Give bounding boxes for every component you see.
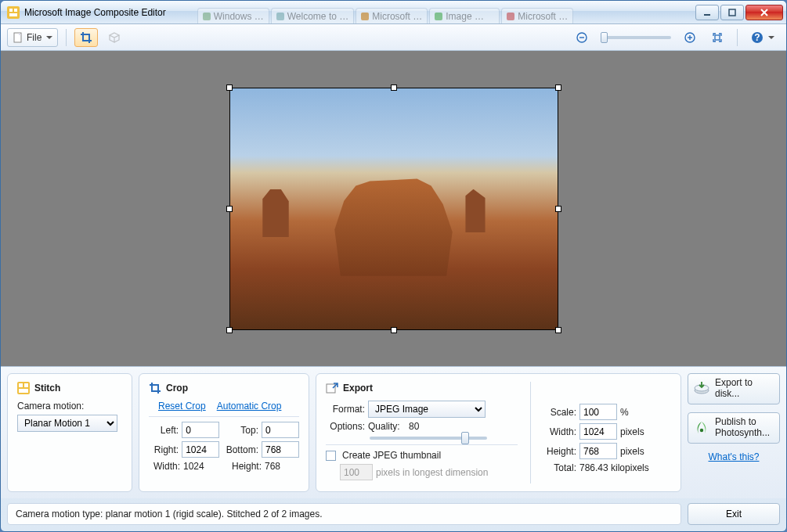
zoom-in-button[interactable] [679,28,701,47]
options-label: Options: [326,421,365,432]
maximize-button[interactable] [720,5,744,20]
export-width-input[interactable] [579,423,617,440]
total-value: 786.43 kilopixels [579,462,649,473]
quality-slider-thumb[interactable] [461,432,469,444]
crop-tool-button[interactable] [74,28,98,47]
export-icon [326,382,338,394]
app-icon [7,6,20,19]
crop-bottom-input[interactable] [262,441,299,458]
toolbar-separator [66,29,67,46]
zoom-out-icon [576,32,587,43]
svg-rect-4 [704,14,710,16]
crop-handle-tl[interactable] [226,84,233,91]
new-file-icon [13,32,23,43]
app-window: Microsoft Image Composite Editor Windows… [0,0,787,532]
export-height-input[interactable] [579,443,617,459]
export-width-label: Width: [542,426,576,437]
titlebar: Microsoft Image Composite Editor Windows… [1,1,786,24]
crop-handle-bl[interactable] [226,327,233,333]
reset-crop-link[interactable]: Reset Crop [158,401,206,412]
fit-screen-icon [711,31,724,44]
svg-rect-17 [24,383,28,387]
bg-tab: Windows … [197,8,269,23]
crop-left-input[interactable] [182,422,219,438]
format-select[interactable]: JPEG Image [368,401,486,418]
svg-point-22 [700,429,703,432]
zoom-slider[interactable] [601,36,671,39]
stitch-panel: Stitch Camera motion: Planar Motion 1 [7,373,132,492]
cube-tool-button[interactable] [103,28,126,47]
stitch-icon [17,382,30,394]
publish-photosynth-button[interactable]: Publish to Photosynth... [688,412,780,444]
svg-rect-3 [9,13,17,16]
disk-icon [693,380,710,397]
crop-icon [80,31,92,44]
total-label: Total: [542,462,576,473]
crop-right-label: Right: [149,444,179,455]
chevron-down-icon [768,36,774,39]
close-button[interactable] [745,5,783,20]
crop-heading: Crop [166,383,188,394]
svg-rect-8 [579,37,584,38]
background-tabs: Windows … Welcome to … Microsoft … Image… [197,1,695,23]
export-to-disk-label: Export to disk... [715,378,774,400]
file-menu-label: File [27,32,42,43]
automatic-crop-link[interactable]: Automatic Crop [217,401,282,412]
bg-tab: Image … [429,8,500,23]
export-height-label: Height: [542,446,576,457]
quality-slider[interactable] [370,437,487,440]
status-bar: Camera motion type: planar motion 1 (rig… [1,498,786,531]
svg-rect-0 [7,6,20,19]
svg-rect-18 [19,389,28,393]
crop-handle-br[interactable] [555,327,561,333]
crop-bottom-label: Bottom: [222,444,258,455]
crop-top-label: Top: [222,425,258,436]
crop-handle-r[interactable] [555,206,561,212]
window-title: Microsoft Image Composite Editor [24,7,166,18]
scale-input[interactable] [579,404,617,420]
zoom-in-icon [684,32,695,43]
crop-handle-t[interactable] [391,84,397,91]
crop-right-input[interactable] [182,441,219,458]
crop-height-value: 768 [265,461,280,472]
publish-photosynth-label: Publish to Photosynth... [715,417,774,439]
file-menu-button[interactable]: File [7,28,58,47]
crop-left-label: Left: [149,425,179,436]
action-column: Export to disk... Publish to Photosynth.… [688,373,780,492]
crop-frame[interactable] [229,88,558,330]
bg-tab: Microsoft … [501,8,573,23]
create-thumbnail-checkbox[interactable] [326,451,336,461]
crop-top-input[interactable] [262,422,299,438]
fit-screen-button[interactable] [706,28,729,47]
svg-rect-11 [689,35,690,40]
format-label: Format: [326,404,365,415]
status-message: Camera motion type: planar motion 1 (rig… [7,503,681,525]
help-button[interactable]: ? [745,28,780,47]
svg-text:?: ? [754,32,760,43]
canvas-viewport[interactable] [1,51,786,366]
camera-motion-label: Camera motion: [17,401,84,412]
crop-width-label: Width: [149,461,180,472]
crop-width-value: 1024 [183,461,221,472]
export-panel: Export Format: JPEG Image Options: Quali… [316,373,681,492]
exit-button[interactable]: Exit [688,503,780,525]
minimize-button[interactable] [695,5,719,20]
zoom-slider-thumb[interactable] [601,32,608,43]
stitch-heading: Stitch [34,383,60,394]
export-width-unit: pixels [620,426,644,437]
crop-handle-tr[interactable] [555,84,561,91]
svg-rect-2 [14,9,17,12]
export-to-disk-button[interactable]: Export to disk... [688,373,780,404]
cube-icon [108,31,121,44]
crop-panel: Crop Reset Crop Automatic Crop Left: Top… [139,373,309,492]
crop-handle-b[interactable] [391,327,397,333]
camera-motion-select[interactable]: Planar Motion 1 [17,415,117,432]
whats-this-link[interactable]: What's this? [709,451,760,462]
crop-height-label: Height: [224,461,262,472]
export-heading: Export [343,383,373,394]
crop-handle-l[interactable] [226,206,233,212]
bg-tab: Welcome to … [271,8,354,23]
zoom-out-button[interactable] [571,28,593,47]
scale-unit: % [620,407,629,418]
export-height-unit: pixels [620,446,644,457]
